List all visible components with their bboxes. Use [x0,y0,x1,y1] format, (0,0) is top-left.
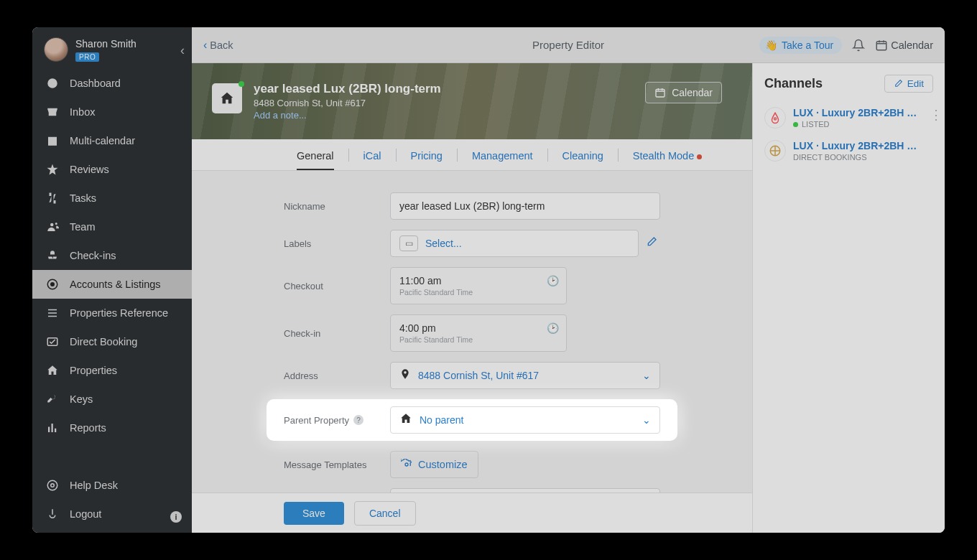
profile-block[interactable]: Sharon Smith PRO ‹ [32,27,192,69]
sidebar-item-label: Check-ins [70,250,116,261]
labels-edit-icon[interactable] [646,236,657,251]
svg-point-0 [50,84,51,85]
save-button[interactable]: Save [284,502,344,525]
sidebar-item-accounts-listings[interactable]: Accounts & Listings [32,270,192,299]
checkin-value: 4:00 pm [399,322,436,334]
nav-icon [45,479,60,492]
checkin-input[interactable]: 4:00 pm Pacific Standard Time 🕑 [390,314,567,352]
sidebar-item-dashboard[interactable]: Dashboard [32,69,192,98]
sidebar-item-keys[interactable]: Keys [32,385,192,414]
sidebar-item-label: Team [70,221,95,233]
take-tour-button[interactable]: 👋 Take a Tour [759,37,842,54]
clock-icon: 🕑 [547,322,559,334]
form-area: Nickname year leased Lux (2BR) long-term… [192,171,752,493]
labels-select[interactable]: ▭ Select... [390,230,639,257]
sidebar-item-tasks[interactable]: Tasks [32,184,192,213]
topbar: ‹ Back Property Editor 👋 Take a Tour Cal… [192,27,945,63]
sidebar-item-help-desk[interactable]: Help Desk [32,471,192,500]
kebab-icon[interactable]: ⋮ [930,107,943,123]
cancel-button[interactable]: Cancel [354,501,416,526]
globe-icon [764,140,786,162]
sidebar-item-label: Properties [70,365,117,376]
address-value: 8488 Cornish St, Unit #617 [418,370,539,381]
sidebar-item-logout[interactable]: Logout [32,500,192,528]
sidebar-item-team[interactable]: Team [32,213,192,241]
sidebar-item-label: Tasks [70,192,96,204]
tag-icon: ▭ [399,235,418,251]
back-button[interactable]: ‹ Back [203,39,233,52]
sidebar: Sharon Smith PRO ‹ DashboardInboxMulti-c… [32,27,192,533]
customize-button[interactable]: Customize [390,451,478,478]
back-label: Back [210,39,233,51]
calendar-top-button[interactable]: Calendar [875,39,933,52]
property-hero: year leased Lux (2BR) long-term 8488 Cor… [192,63,752,139]
sidebar-item-check-ins[interactable]: Check-ins [32,241,192,270]
chevron-left-icon: ‹ [203,39,207,52]
form-footer: Save Cancel [192,493,752,533]
tab-general[interactable]: General [282,150,348,170]
info-icon[interactable]: i [170,511,182,523]
sidebar-item-label: Help Desk [70,480,118,491]
tab-label: Cleaning [562,150,603,162]
nav-icon [45,106,60,118]
sidebar-item-properties-reference[interactable]: Properties Reference [32,299,192,327]
help-icon[interactable]: ? [353,415,364,425]
nav-icon [45,508,60,521]
sidebar-item-label: Reports [70,422,106,434]
clock-icon: 🕑 [547,275,559,286]
tab-stealth-mode[interactable]: Stealth Mode [619,150,716,170]
nav-icon [45,335,60,348]
sidebar-item-label: Logout [70,508,101,520]
tab-management[interactable]: Management [458,150,547,170]
parent-label-text: Parent Property [284,415,349,426]
listed-dot-icon [793,122,798,127]
sidebar-collapse-icon[interactable]: ‹ [180,43,185,58]
labels-label: Labels [284,238,390,249]
add-note-link[interactable]: Add a note... [254,110,441,121]
svg-point-7 [51,484,55,487]
channels-edit-button[interactable]: Edit [884,75,933,93]
svg-point-1 [52,84,53,85]
hero-calendar-button[interactable]: Calendar [645,82,722,103]
channel-item[interactable]: LUX · Luxury 2BR+2BH FURN…DIRECT BOOKING… [764,134,933,167]
parent-property-row: Parent Property ? No parent ⌄ [267,399,677,441]
nickname-input[interactable]: year leased Lux (2BR) long-term [390,192,660,220]
nav-icon [45,192,60,205]
sidebar-item-label: Dashboard [70,78,121,89]
nickname-label: Nickname [284,201,390,212]
nav-icon [45,249,60,262]
sidebar-item-reports[interactable]: Reports [32,414,192,442]
hero-calendar-label: Calendar [672,87,713,98]
checkout-input[interactable]: 11:00 am Pacific Standard Time 🕑 [390,267,567,304]
sidebar-item-properties[interactable]: Properties [32,356,192,385]
tab-pricing[interactable]: Pricing [397,150,457,170]
tab-label: Pricing [411,150,443,162]
checkout-value: 11:00 am [399,275,441,286]
property-address: 8488 Cornish St, Unit #617 [254,98,441,108]
svg-point-10 [405,463,408,466]
svg-rect-9 [656,89,665,97]
checkout-tz: Pacific Standard Time [399,288,473,297]
nav-icon [45,393,60,406]
sidebar-item-reviews[interactable]: Reviews [32,155,192,184]
notifications-icon[interactable] [852,39,865,52]
tab-ical[interactable]: iCal [349,150,396,170]
sidebar-item-multi-calendar[interactable]: Multi-calendar [32,126,192,155]
parent-select[interactable]: No parent ⌄ [390,406,660,434]
sidebar-item-direct-booking[interactable]: Direct Booking [32,327,192,356]
sidebar-item-inbox[interactable]: Inbox [32,98,192,126]
nav-icon [45,364,60,377]
nav-icon [45,421,60,434]
address-select[interactable]: 8488 Cornish St, Unit #617 ⌄ [390,362,660,389]
sidebar-item-label: Direct Booking [70,336,137,347]
alert-dot-icon [697,154,702,159]
avatar[interactable] [44,37,68,62]
channel-item[interactable]: LUX · Luxury 2BR+2BH FU…LISTED⋮ [764,101,933,134]
labels-placeholder: Select... [425,238,462,249]
nickname-value: year leased Lux (2BR) long-term [399,200,545,212]
user-name: Sharon Smith [75,38,136,50]
property-title: year leased Lux (2BR) long-term [254,82,441,96]
tab-cleaning[interactable]: Cleaning [548,150,618,170]
nav-icon [45,278,60,291]
wave-icon: 👋 [765,39,777,51]
